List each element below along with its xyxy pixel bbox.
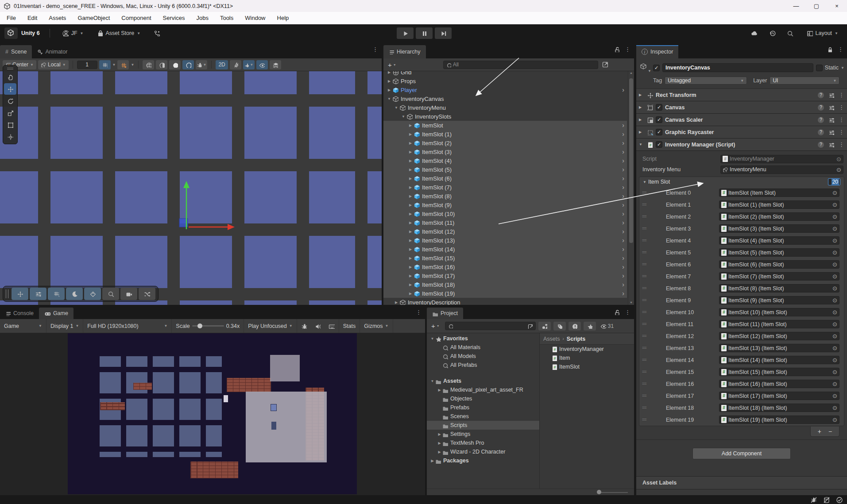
hierarchy-row[interactable]: ItemSlot (11) › (383, 218, 627, 227)
project-tree-row[interactable]: Assets (427, 377, 539, 385)
presets-icon[interactable] (828, 92, 834, 98)
tag-dropdown[interactable]: Untagged▼ (665, 77, 747, 85)
hierarchy-row[interactable]: ItemSlot (5) › (383, 165, 627, 174)
prefab-chevron-icon[interactable]: › (622, 254, 624, 262)
component-enabled-checkbox[interactable]: ✓ (656, 141, 662, 148)
expand-arrow-icon[interactable] (407, 256, 414, 260)
element-object-field[interactable]: # ItemSlot (17) (Item Slot) ⊙ (719, 392, 839, 400)
add-component-button[interactable]: Add Component (692, 448, 791, 459)
shuffle-overlay-button[interactable] (139, 288, 155, 300)
asset-labels-section[interactable]: Asset Labels (636, 476, 847, 489)
array-remove-button[interactable]: − (828, 428, 832, 435)
project-zoom-slider[interactable] (427, 489, 634, 495)
hierarchy-row[interactable]: Props › (383, 77, 627, 85)
array-element-row[interactable]: == Element 9 # ItemSlot (9) (Item Slot) … (639, 294, 844, 306)
element-object-field[interactable]: # ItemSlot (4) (Item Slot) ⊙ (719, 236, 839, 245)
hierarchy-row[interactable]: ItemSlot (16) › (383, 262, 627, 271)
project-file-row[interactable]: InventoryManager (540, 345, 634, 354)
grid-visual-dropdown[interactable]: ▼ (131, 63, 134, 67)
prefab-chevron-icon[interactable]: › (622, 148, 624, 155)
expand-arrow-icon[interactable] (407, 239, 414, 242)
element-object-field[interactable]: # ItemSlot (13) (Item Slot) ⊙ (719, 344, 839, 352)
component-header[interactable]: ✓ Canvas Scaler ? ⋮ (636, 114, 847, 126)
hierarchy-row[interactable]: Grid › (383, 71, 627, 77)
element-object-field[interactable]: # ItemSlot (11) (Item Slot) ⊙ (719, 320, 839, 328)
object-picker-icon[interactable]: ⊙ (832, 237, 837, 244)
drag-handle-icon[interactable]: == (642, 381, 648, 386)
array-element-row[interactable]: == Element 2 # ItemSlot (2) (Item Slot) … (639, 211, 844, 223)
array-element-row[interactable]: == Element 4 # ItemSlot (4) (Item Slot) … (639, 235, 844, 246)
element-object-field[interactable]: # ItemSlot (12) (Item Slot) ⊙ (719, 332, 839, 340)
expand-arrow-icon[interactable] (407, 159, 414, 163)
transform-tool[interactable] (4, 131, 16, 142)
debug-toggle[interactable] (297, 319, 311, 333)
maximize-button[interactable]: ▢ (806, 0, 827, 12)
project-tree-row[interactable]: Settings (427, 430, 539, 439)
array-element-row[interactable]: == Element 7 # ItemSlot (7) (Item Slot) … (639, 270, 844, 282)
gizmo-diamond-button[interactable] (84, 288, 101, 300)
hierarchy-scrollbar[interactable]: ▲▼ (628, 71, 634, 305)
element-object-field[interactable]: # ItemSlot (9) (Item Slot) ⊙ (719, 296, 839, 304)
drag-handle-icon[interactable]: == (642, 238, 648, 243)
component-menu-icon[interactable]: ⋮ (839, 116, 844, 123)
object-picker-icon[interactable]: ⊙ (836, 166, 841, 173)
expand-arrow-icon[interactable] (407, 221, 414, 225)
version-control-button[interactable] (151, 28, 162, 38)
object-picker-icon[interactable]: ⊙ (832, 404, 837, 411)
hierarchy-row[interactable]: ItemSlot (12) › (383, 227, 627, 236)
hierarchy-row[interactable]: ItemSlot (7) › (383, 183, 627, 192)
object-picker-icon[interactable]: ⊙ (832, 381, 837, 387)
menu-item[interactable]: Edit (27, 15, 37, 21)
component-enabled-checkbox[interactable]: ✓ (656, 116, 662, 123)
drag-handle[interactable] (3, 67, 17, 71)
scene-viewport[interactable] (0, 71, 382, 305)
element-object-field[interactable]: # ItemSlot (18) (Item Slot) ⊙ (719, 404, 839, 412)
object-picker-icon[interactable]: ⊙ (832, 285, 837, 292)
expand-arrow-icon[interactable] (407, 168, 414, 172)
scene-visibility-toggle[interactable] (256, 60, 268, 69)
drag-handle-icon[interactable]: == (642, 214, 648, 219)
drag-handle-icon[interactable]: == (642, 274, 648, 279)
prefab-chevron-icon[interactable]: › (622, 272, 624, 279)
element-object-field[interactable]: # ItemSlot (10) (Item Slot) ⊙ (719, 308, 839, 316)
scale-slider[interactable] (192, 325, 224, 327)
drag-handle-icon[interactable]: == (642, 298, 648, 303)
lighting-moon-button[interactable] (66, 288, 83, 300)
grid-snap-toggle[interactable] (99, 60, 111, 69)
tab-console[interactable]: Console (0, 308, 39, 319)
component-menu-icon[interactable]: ⋮ (839, 104, 844, 111)
component-menu-icon[interactable]: ⋮ (839, 92, 844, 98)
object-picker-icon[interactable]: ⊙ (832, 201, 837, 208)
help-icon[interactable]: ? (818, 104, 824, 111)
asset-store-menu[interactable]: Asset Store▼ (94, 28, 143, 38)
object-picker-icon[interactable]: ⊙ (832, 297, 837, 304)
component-header[interactable]: ✓ Rect Transform ? ⋮ (636, 89, 847, 101)
prefab-chevron-icon[interactable]: › (622, 263, 624, 270)
expand-arrow-icon[interactable] (386, 79, 392, 83)
menu-item[interactable]: Services (163, 15, 185, 21)
menu-item[interactable]: File (7, 15, 16, 21)
hierarchy-row[interactable]: ItemSlot › (383, 121, 627, 130)
cloud-icon[interactable] (751, 30, 758, 37)
expand-arrow-icon[interactable] (407, 123, 414, 127)
search-overlay-button[interactable] (102, 288, 119, 300)
object-picker-icon[interactable]: ⊙ (832, 189, 837, 196)
script-object-field[interactable]: # InventoryManager ⊙ (720, 155, 843, 163)
drag-handle-icon[interactable]: == (642, 202, 648, 207)
snap-increment-field[interactable]: 1 (77, 61, 97, 69)
object-picker-icon[interactable]: ⊙ (832, 321, 837, 327)
array-add-button[interactable]: + (818, 428, 821, 435)
drag-handle-icon[interactable]: == (642, 417, 648, 422)
array-element-row[interactable]: == Element 11 # ItemSlot (11) (Item Slot… (639, 318, 844, 330)
breadcrumb-current[interactable]: Scripts (567, 336, 585, 342)
shading-half-button[interactable] (156, 60, 167, 69)
expand-arrow-icon[interactable] (407, 230, 414, 234)
prefab-chevron-icon[interactable]: › (622, 210, 624, 217)
array-element-row[interactable]: == Element 6 # ItemSlot (6) (Item Slot) … (639, 258, 844, 270)
step-button[interactable] (435, 27, 452, 39)
array-element-row[interactable]: == Element 8 # ItemSlot (8) (Item Slot) … (639, 282, 844, 294)
object-picker-icon[interactable]: ⊙ (832, 213, 837, 220)
help-icon[interactable]: ? (818, 117, 824, 123)
drag-handle-icon[interactable]: == (642, 358, 648, 362)
project-tree-row[interactable]: Scenes (427, 412, 539, 421)
